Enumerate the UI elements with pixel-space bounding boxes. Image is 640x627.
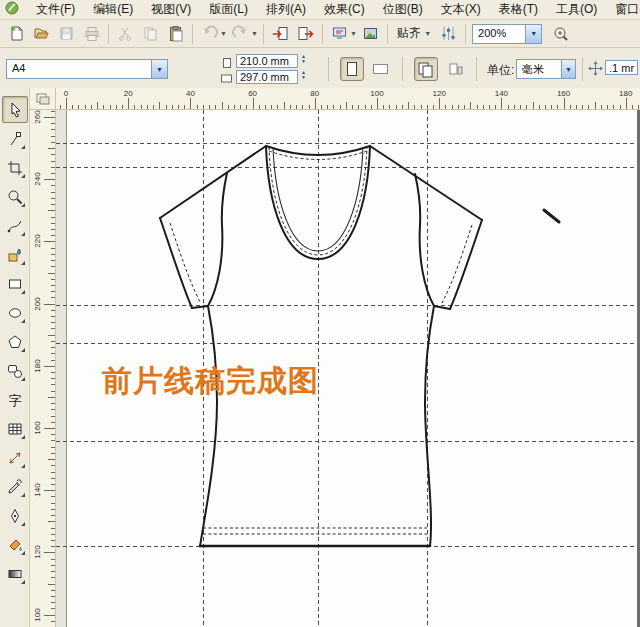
left-shoulder-line — [160, 146, 266, 218]
paper-preset-combo[interactable]: A4 ▼ — [6, 59, 168, 79]
right-shoulder-line — [370, 146, 482, 220]
print-icon[interactable] — [79, 21, 104, 46]
left-sleeve-cuff — [160, 218, 192, 308]
paper-width-spinner[interactable]: ▲▼ — [301, 54, 306, 64]
vertical-ruler[interactable]: 260240220200180160140120100 — [30, 110, 56, 627]
snap-dropdown-icon: ▼ — [424, 30, 431, 37]
zoom-level-combo[interactable]: 200% ▼ — [472, 24, 542, 44]
collar-stitch-line — [269, 147, 367, 255]
landscape-button[interactable] — [368, 57, 392, 81]
dimension-tool[interactable] — [2, 444, 28, 471]
fill-tool[interactable] — [2, 531, 28, 558]
neckline-outer — [266, 146, 370, 259]
smart-fill-tool[interactable] — [2, 241, 28, 268]
import-icon[interactable] — [268, 21, 293, 46]
propbar-separator — [582, 57, 583, 81]
horizontal-ruler[interactable]: 020406080100120140160180 — [56, 88, 640, 110]
open-icon[interactable] — [29, 21, 54, 46]
nudge-offset-field[interactable] — [605, 60, 638, 75]
copy-icon[interactable] — [138, 21, 163, 46]
menu-view[interactable]: 视图(V) — [142, 0, 200, 19]
shape-tool[interactable] — [2, 125, 28, 152]
welcome-screen-icon[interactable] — [358, 21, 383, 46]
basic-shapes-tool[interactable] — [2, 357, 28, 384]
launcher-dropdown-icon[interactable]: ▼ — [350, 30, 357, 37]
current-page-button[interactable] — [444, 57, 468, 81]
left-side-seam — [200, 306, 217, 546]
portrait-button[interactable] — [340, 57, 364, 81]
interactive-fill-tool[interactable] — [2, 560, 28, 587]
coreldraw-window: 文件(F) 编辑(E) 视图(V) 版面(L) 排列(A) 效果(C) 位图(B… — [0, 0, 640, 627]
crop-tool[interactable] — [2, 154, 28, 181]
options-levels-icon[interactable] — [436, 21, 461, 46]
toolbar-separator — [387, 24, 388, 44]
toolbar-separator — [263, 24, 264, 44]
zoom-combo-arrow-icon[interactable]: ▼ — [525, 25, 541, 43]
menu-window[interactable]: 窗口(W) — [606, 0, 640, 19]
units-combo[interactable]: 毫米 ▼ — [516, 59, 576, 79]
paper-height-field[interactable] — [236, 70, 298, 84]
ruler-origin-button[interactable] — [30, 88, 56, 110]
zoom-tool[interactable] — [2, 183, 28, 210]
units-value: 毫米 — [517, 60, 561, 78]
right-side-seam — [425, 306, 434, 546]
paste-icon[interactable] — [163, 21, 188, 46]
menu-layout[interactable]: 版面(L) — [200, 0, 257, 19]
table-tool[interactable] — [2, 415, 28, 442]
svg-text:字: 字 — [8, 393, 21, 408]
standard-toolbar: ▼ ▼ ▼ 贴齐 ▼ 200% ▼ — [0, 20, 640, 48]
paper-width-field[interactable] — [236, 54, 298, 68]
toolbar-separator — [465, 24, 466, 44]
units-arrow-icon[interactable]: ▼ — [561, 60, 575, 78]
cut-icon[interactable] — [113, 21, 138, 46]
undo-icon[interactable] — [197, 21, 222, 46]
drawing-canvas[interactable]: 前片线稿完成图 — [56, 110, 640, 627]
outline-pen-tool[interactable] — [2, 502, 28, 529]
paper-height-spinner[interactable]: ▲▼ — [301, 70, 306, 80]
save-icon[interactable] — [54, 21, 79, 46]
left-armhole — [208, 173, 227, 306]
ellipse-tool[interactable] — [2, 299, 28, 326]
menu-bitmaps[interactable]: 位图(B) — [374, 0, 432, 19]
polygon-tool[interactable] — [2, 328, 28, 355]
snap-to-label: 贴齐 — [397, 25, 421, 42]
annotation-text[interactable]: 前片线稿完成图 — [102, 363, 319, 398]
menu-edit[interactable]: 编辑(E) — [84, 0, 142, 19]
propbar-separator — [476, 57, 477, 81]
paper-height-icon — [220, 70, 233, 88]
all-pages-button[interactable] — [414, 57, 438, 81]
propbar-separator — [402, 57, 403, 81]
menu-text[interactable]: 文本(X) — [432, 0, 490, 19]
menu-file[interactable]: 文件(F) — [27, 0, 84, 19]
menu-tools[interactable]: 工具(O) — [547, 0, 606, 19]
snap-to-button[interactable]: 贴齐 ▼ — [392, 22, 436, 45]
propbar-separator — [328, 57, 329, 81]
freehand-tool[interactable] — [2, 212, 28, 239]
zoom-tool-partial-icon[interactable] — [548, 21, 573, 46]
paper-preset-arrow-icon[interactable]: ▼ — [151, 60, 167, 78]
toolbox: 字 — [0, 88, 30, 627]
text-tool[interactable]: 字 — [2, 386, 28, 413]
menu-effects[interactable]: 效果(C) — [315, 0, 374, 19]
menu-bar: 文件(F) 编辑(E) 视图(V) 版面(L) 排列(A) 效果(C) 位图(B… — [0, 0, 640, 20]
redo-icon[interactable] — [228, 21, 253, 46]
new-document-icon[interactable] — [4, 21, 29, 46]
app-icon — [5, 1, 19, 19]
paper-preset-value: A4 — [7, 60, 151, 78]
eyedropper-tool[interactable] — [2, 473, 28, 500]
property-bar: A4 ▼ ▲▼ ▲▼ 单位: 毫米 ▼ — [0, 49, 640, 89]
export-icon[interactable] — [293, 21, 318, 46]
toolbar-separator — [108, 24, 109, 44]
rectangle-tool[interactable] — [2, 270, 28, 297]
application-launcher-icon[interactable] — [327, 21, 352, 46]
toolbar-separator — [322, 24, 323, 44]
tshirt-drawing[interactable]: 前片线稿完成图 — [56, 110, 640, 627]
menu-table[interactable]: 表格(T) — [490, 0, 547, 19]
zoom-level-value: 200% — [473, 25, 525, 43]
pick-tool[interactable] — [2, 96, 28, 123]
right-cuff-bottom — [434, 306, 450, 309]
menu-arrange[interactable]: 排列(A) — [257, 0, 315, 19]
artifact-mark — [544, 210, 559, 222]
toolbar-separator — [192, 24, 193, 44]
nudge-offset-icon — [588, 61, 603, 80]
